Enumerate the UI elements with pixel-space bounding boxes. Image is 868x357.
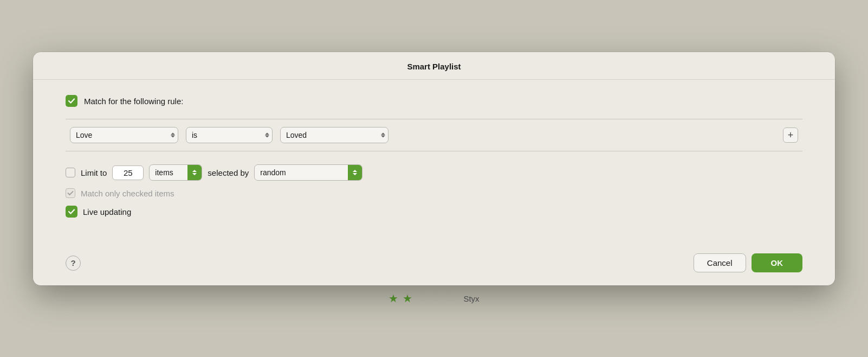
limit-row: Limit to items minutes hours MB GB	[66, 164, 802, 181]
match-rule-label: Match for the following rule:	[84, 97, 183, 106]
limit-input[interactable]	[112, 165, 144, 180]
star-2: ★	[403, 292, 412, 305]
rule-field-select[interactable]: Love Artist Album Title Genre Year Ratin…	[70, 127, 178, 143]
track-label: Styx	[463, 294, 479, 303]
selected-by-label: selected by	[208, 168, 249, 177]
live-updating-label: Live updating	[83, 207, 131, 216]
match-checked-row: Match only checked items	[66, 188, 802, 198]
limit-unit-select[interactable]: items minutes hours MB GB	[149, 164, 202, 181]
dialog-footer: ? Cancel OK	[33, 248, 835, 285]
dialog-title: Smart Playlist	[407, 62, 461, 71]
dialog-body: Match for the following rule: Love Artis…	[33, 80, 835, 248]
limit-checkbox[interactable]	[66, 168, 75, 177]
rule-value-select[interactable]: Loved Not Loved Liked Disliked	[280, 127, 388, 143]
sort-select[interactable]: random most recently played least recent…	[254, 164, 362, 181]
match-checked-label: Match only checked items	[81, 189, 174, 198]
smart-playlist-dialog: Smart Playlist Match for the following r…	[33, 52, 835, 285]
star-3: ★	[417, 292, 426, 305]
footer-buttons: Cancel OK	[694, 253, 802, 272]
rule-field-wrapper: Love Artist Album Title Genre Year Ratin…	[70, 127, 178, 143]
dialog-title-bar: Smart Playlist	[33, 52, 835, 80]
help-button[interactable]: ?	[66, 256, 81, 271]
live-updating-row: Live updating	[66, 206, 802, 218]
limit-unit-wrapper: items minutes hours MB GB	[149, 164, 202, 181]
app-background: ★ ★ ★ ★ ★ Styx	[388, 292, 479, 305]
limit-label: Limit to	[81, 168, 107, 177]
sort-wrapper: random most recently played least recent…	[254, 164, 362, 181]
ok-button[interactable]: OK	[752, 253, 803, 272]
match-rule-checkbox[interactable]	[66, 95, 77, 107]
cancel-button[interactable]: Cancel	[694, 253, 746, 272]
rule-condition-wrapper: is is not contains does not contain	[186, 127, 273, 143]
rule-condition-select[interactable]: is is not contains does not contain	[186, 127, 273, 143]
rule-value-wrapper: Loved Not Loved Liked Disliked	[280, 127, 388, 143]
star-1: ★	[388, 292, 398, 305]
options-section: Limit to items minutes hours MB GB	[66, 164, 802, 218]
match-rule-row: Match for the following rule:	[66, 95, 802, 107]
rule-conditions-row: Love Artist Album Title Genre Year Ratin…	[66, 119, 802, 151]
match-checked-checkbox[interactable]	[66, 188, 75, 198]
star-4: ★	[431, 292, 441, 305]
live-updating-checkbox[interactable]	[66, 206, 77, 218]
add-rule-button[interactable]: +	[783, 127, 798, 143]
star-5: ★	[445, 292, 455, 305]
